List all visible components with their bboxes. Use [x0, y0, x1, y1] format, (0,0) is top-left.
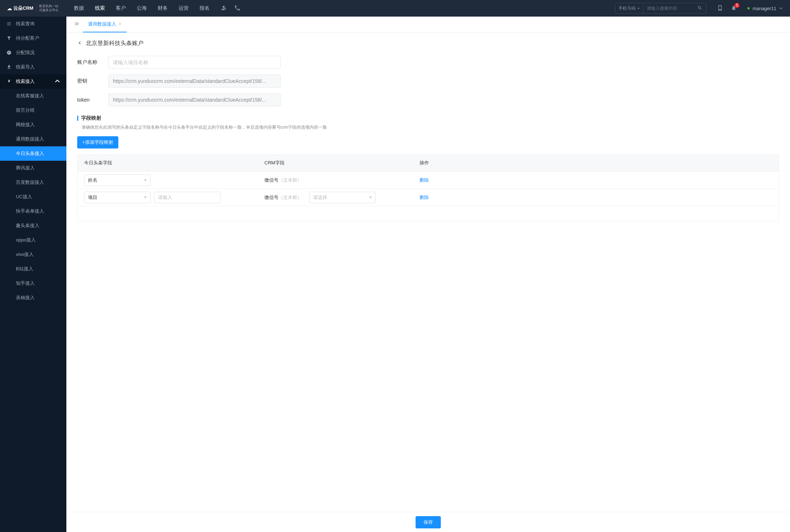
topbar: ☁云朵CRM 教育机构一站式服务云平台 数据 线索 客户 公海 财务 运营 报名… — [0, 0, 790, 17]
sidebar-sub-school[interactable]: 网校接入 — [0, 118, 66, 132]
page-body: 北京昱新科技头条账户 账户名称 密钥 token 字段映射 请确保您在此填写的头… — [66, 32, 790, 532]
logo-text: 云朵CRM — [13, 5, 34, 12]
logo-sub2: 式服务云平台 — [39, 8, 58, 12]
sidebar-sub-qutoutiao[interactable]: 趣头条接入 — [0, 218, 66, 233]
th-crm-field: CRM字段 — [258, 160, 413, 166]
token-label: token — [77, 97, 101, 103]
mapping-description: 请确保您在此填写的头条自定义字段名称与在今日头条平台中自定义的字段名称一致，并且… — [77, 124, 779, 130]
topnav-signup[interactable]: 报名 — [199, 1, 210, 16]
table-row: 姓名 微信号（文本框） 删除 — [78, 171, 779, 189]
topnav-ops[interactable]: 运营 — [179, 1, 189, 16]
token-input[interactable] — [108, 93, 281, 106]
breadcrumb: 北京昱新科技头条账户 — [77, 40, 779, 47]
mapping-title: 字段映射 — [81, 115, 101, 121]
crm-field-type: （文本框） — [278, 195, 302, 200]
delete-link[interactable]: 删除 — [420, 195, 429, 200]
logo-sub1: 教育机构一站 — [39, 4, 58, 8]
sidebar-label: 线索接入 — [16, 78, 35, 85]
user-add-icon[interactable] — [220, 5, 227, 12]
secret-label: 密钥 — [77, 78, 101, 84]
add-mapping-button[interactable]: +添加字段映射 — [77, 136, 118, 148]
account-label: 账户名称 — [77, 59, 101, 66]
tabbar-collapse-icon[interactable] — [71, 21, 83, 27]
sidebar-sub-online-service[interactable]: 在线客服接入 — [0, 89, 66, 103]
tab-generic-access[interactable]: 通用数据接入 ✕ — [83, 17, 127, 32]
search-input[interactable] — [643, 6, 694, 11]
sidebar-sub-toutiao[interactable]: 今日头条接入 — [0, 146, 66, 161]
close-icon[interactable]: ✕ — [118, 22, 122, 26]
th-toutiao-field: 今日头条字段 — [78, 160, 258, 166]
footer-bar: 保存 — [66, 512, 790, 532]
sidebar-label: 待分配客户 — [16, 35, 39, 41]
crm-field-label: 微信号 — [264, 195, 278, 200]
search-button[interactable] — [694, 5, 706, 12]
crm-value-select[interactable]: 请选择 — [309, 192, 376, 203]
phone-icon[interactable] — [234, 5, 241, 12]
sidebar-item-clue-query[interactable]: 线索查询 — [0, 17, 66, 31]
sidebar-sub-tencent[interactable]: 腾讯接入 — [0, 161, 66, 175]
sidebar: 线索查询 待分配客户 分配情况 线索导入 线索接入 在线客服接入 留言分组 网校… — [0, 17, 66, 532]
sidebar-sub-message-group[interactable]: 留言分组 — [0, 103, 66, 118]
sidebar-sub-kuaishou[interactable]: 快手表单接入 — [0, 204, 66, 218]
mapping-table: 今日头条字段 CRM字段 操作 姓名 微信号（文本框） 删除 项目 — [77, 154, 779, 221]
topnav-sea[interactable]: 公海 — [137, 1, 147, 16]
status-dot — [747, 7, 750, 9]
header-right-icons: 5 — [717, 5, 737, 12]
sidebar-sub-bilibili[interactable]: B站接入 — [0, 262, 66, 276]
page-title: 北京昱新科技头条账户 — [86, 40, 144, 47]
sidebar-label: 分配情况 — [16, 49, 35, 56]
chevron-up-icon — [55, 79, 60, 85]
crm-field-type: （文本框） — [278, 177, 302, 183]
topnav-data[interactable]: 数据 — [74, 1, 84, 16]
sidebar-sub-meiyou[interactable]: 美柚接入 — [0, 291, 66, 305]
delete-link[interactable]: 删除 — [420, 177, 429, 183]
user-menu[interactable]: manager11 — [747, 6, 783, 11]
sidebar-item-import[interactable]: 线索导入 — [0, 60, 66, 74]
secret-input[interactable] — [108, 75, 281, 88]
sidebar-sub-uc[interactable]: UC接入 — [0, 190, 66, 204]
sidebar-sub-baidu[interactable]: 百度数据接入 — [0, 175, 66, 190]
search-type-select[interactable]: 手机号码 — [615, 3, 643, 13]
crm-field-label: 微信号 — [264, 177, 278, 183]
mobile-icon[interactable] — [717, 5, 723, 12]
sidebar-sub-vivo[interactable]: vivo接入 — [0, 247, 66, 262]
back-icon[interactable] — [77, 40, 82, 47]
sidebar-sub-generic[interactable]: 通用数据接入 — [0, 132, 66, 146]
field-select[interactable]: 姓名 — [84, 174, 150, 186]
th-action: 操作 — [413, 160, 779, 166]
search-prefix-label: 手机号码 — [618, 5, 636, 12]
tab-label: 通用数据接入 — [88, 21, 116, 27]
sidebar-label: 线索导入 — [16, 64, 35, 70]
logo: ☁云朵CRM 教育机构一站式服务云平台 — [7, 4, 67, 12]
top-action-icons — [220, 5, 241, 12]
sidebar-sub-zhihu[interactable]: 知乎接入 — [0, 276, 66, 291]
topnav-clue[interactable]: 线索 — [95, 1, 105, 16]
tabbar: 通用数据接入 ✕ — [66, 17, 790, 32]
search: 手机号码 — [615, 3, 706, 14]
table-row-empty — [78, 206, 779, 221]
sidebar-item-allocation[interactable]: 分配情况 — [0, 45, 66, 60]
sidebar-item-pending[interactable]: 待分配客户 — [0, 31, 66, 45]
section-header: 字段映射 — [77, 115, 779, 121]
sidebar-label: 线索查询 — [16, 21, 35, 27]
content-area: 通用数据接入 ✕ 北京昱新科技头条账户 账户名称 密钥 token — [66, 17, 790, 532]
notifications-icon[interactable]: 5 — [731, 5, 737, 12]
topnav: 数据 线索 客户 公海 财务 运营 报名 — [74, 1, 210, 16]
topnav-customer[interactable]: 客户 — [116, 1, 126, 16]
table-header: 今日头条字段 CRM字段 操作 — [78, 155, 779, 171]
table-row: 项目 微信号（文本框） 请选择 删除 — [78, 189, 779, 206]
notification-badge: 5 — [734, 3, 739, 8]
topnav-finance[interactable]: 财务 — [158, 1, 168, 16]
field-select[interactable]: 项目 — [84, 192, 150, 203]
field-text-input[interactable] — [154, 192, 220, 203]
sidebar-sub-oppo[interactable]: oppo接入 — [0, 233, 66, 247]
username-label: manager11 — [752, 6, 776, 11]
account-name-input[interactable] — [108, 56, 281, 69]
save-button[interactable]: 保存 — [416, 516, 441, 528]
sidebar-item-access[interactable]: 线索接入 — [0, 74, 66, 89]
